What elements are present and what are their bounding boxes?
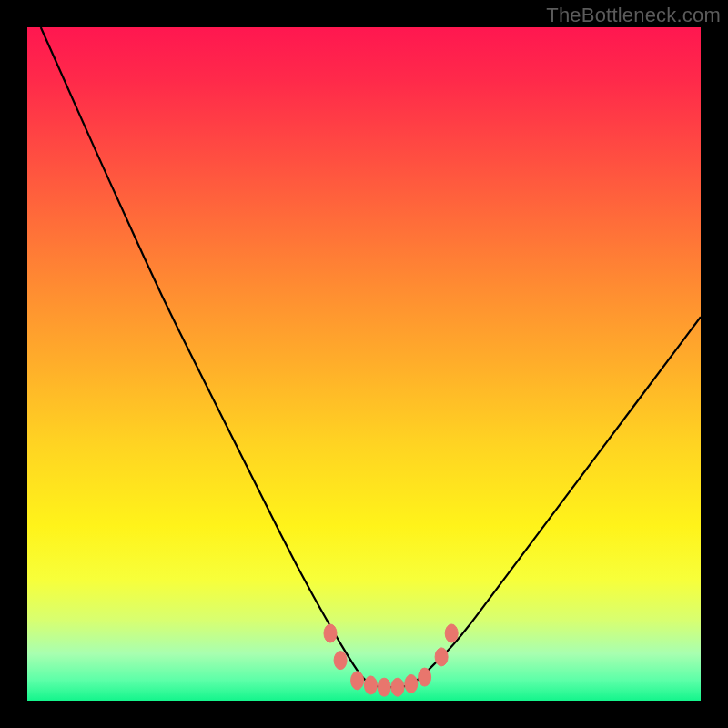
plot-area — [27, 27, 701, 701]
trough-marker — [435, 648, 448, 666]
trough-marker — [419, 668, 431, 686]
chart-frame: TheBottleneck.com — [0, 0, 728, 728]
trough-marker — [334, 652, 347, 670]
trough-marker — [445, 624, 458, 642]
trough-marker — [405, 675, 418, 693]
chart-svg — [27, 27, 701, 701]
trough-marker — [324, 624, 337, 642]
trough-marker — [364, 676, 377, 694]
bottleneck-curve — [41, 27, 701, 687]
trough-marker — [351, 672, 364, 690]
trough-marker — [391, 678, 404, 696]
watermark-text: TheBottleneck.com — [546, 4, 721, 27]
trough-marker — [378, 678, 390, 696]
trough-markers — [324, 624, 458, 696]
